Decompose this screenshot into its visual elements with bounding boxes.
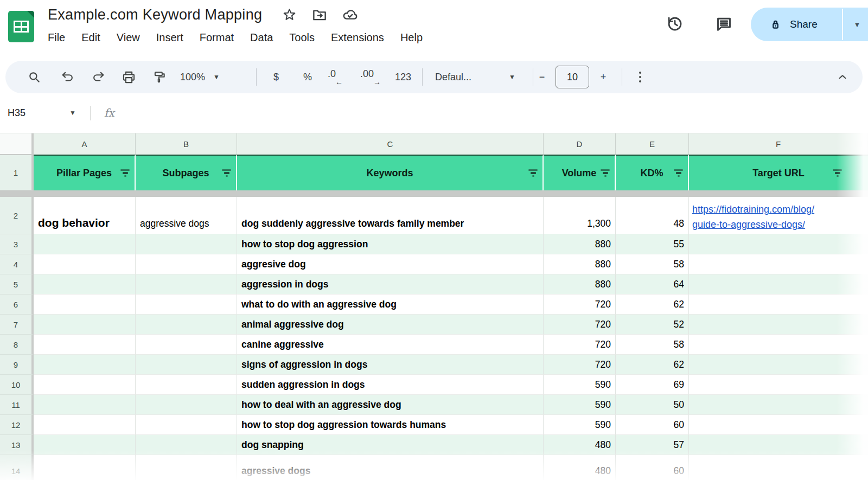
sheets-logo-icon[interactable] [8,11,34,42]
cell-B10[interactable] [136,375,237,395]
cell-F13[interactable] [689,435,868,455]
filter-icon[interactable] [528,169,538,176]
cell-B2[interactable]: aggressive dogs [136,197,237,234]
zoom-selector[interactable]: 100% ▼ [180,61,220,93]
cell-F14[interactable] [689,455,868,480]
cell-A3[interactable] [34,234,136,254]
column-letter-e[interactable]: E [616,133,689,155]
menu-item-view[interactable]: View [117,31,140,44]
header-cell-f1[interactable]: Target URL [689,155,868,190]
cell-D9[interactable]: 720 [544,355,616,375]
cell-E6[interactable]: 62 [616,295,689,315]
cell-E12[interactable]: 60 [616,415,689,435]
cell-B13[interactable] [136,435,237,455]
cell-E13[interactable]: 57 [616,435,689,455]
more-options-icon[interactable] [634,61,647,93]
row-number[interactable]: 11 [0,395,34,415]
cell-B6[interactable] [136,295,237,315]
document-title[interactable]: Example.com Keyword Mapping [48,7,262,23]
cell-D7[interactable]: 720 [544,315,616,335]
row-number[interactable]: 13 [0,435,34,455]
cell-E7[interactable]: 52 [616,315,689,335]
decrease-decimal-button[interactable]: .0← [328,61,343,93]
row-number[interactable]: 10 [0,375,34,395]
header-cell-d1[interactable]: Volume [544,155,616,190]
cell-D10[interactable]: 590 [544,375,616,395]
name-box[interactable]: H35 [8,93,25,132]
column-letter-a[interactable]: A [34,133,136,155]
cell-C12[interactable]: how to stop dog aggression towards human… [237,415,544,435]
cell-B5[interactable] [136,274,237,295]
cell-C3[interactable]: how to stop dog aggression [237,234,544,254]
search-icon[interactable] [27,61,41,93]
cell-B8[interactable] [136,335,237,355]
row-number[interactable]: 8 [0,335,34,355]
cell-A9[interactable] [34,355,136,375]
cell-C13[interactable]: dog snapping [237,435,544,455]
font-family-selector[interactable]: Defaul... ▼ [434,61,516,93]
cell-D3[interactable]: 880 [544,234,616,254]
filter-icon[interactable] [120,169,130,176]
cell-F10[interactable] [689,375,868,395]
menu-item-help[interactable]: Help [400,31,423,44]
row-number[interactable]: 7 [0,315,34,335]
menu-item-tools[interactable]: Tools [289,31,315,44]
menu-item-edit[interactable]: Edit [81,31,100,44]
row-number[interactable]: 3 [0,234,34,254]
collapse-toolbar-icon[interactable] [837,61,848,93]
cell-A6[interactable] [34,295,136,315]
cell-D5[interactable]: 880 [544,274,616,295]
cell-E4[interactable]: 58 [616,254,689,274]
menu-item-extensions[interactable]: Extensions [331,31,384,44]
font-size-input[interactable]: 10 [556,66,589,88]
cell-E5[interactable]: 64 [616,274,689,295]
cell-E9[interactable]: 62 [616,355,689,375]
cell-F9[interactable] [689,355,868,375]
cell-A5[interactable] [34,274,136,295]
cell-D11[interactable]: 590 [544,395,616,415]
print-icon[interactable] [122,61,136,93]
cell-D13[interactable]: 480 [544,435,616,455]
cell-A2[interactable]: dog behavior [34,197,136,234]
cell-F11[interactable] [689,395,868,415]
cell-C7[interactable]: animal aggressive dog [237,315,544,335]
cell-F3[interactable] [689,234,868,254]
cell-A13[interactable] [34,435,136,455]
cell-B14[interactable] [136,455,237,480]
cloud-saved-icon[interactable] [342,7,359,23]
increase-decimal-button[interactable]: .00→ [360,61,381,93]
cell-C9[interactable]: signs of aggression in dogs [237,355,544,375]
row-number[interactable]: 5 [0,274,34,295]
move-folder-icon[interactable] [311,7,328,23]
cell-E14[interactable]: 60 [616,455,689,480]
cell-B3[interactable] [136,234,237,254]
filter-icon[interactable] [674,169,683,176]
cell-F5[interactable] [689,274,868,295]
cell-D4[interactable]: 880 [544,254,616,274]
cell-B11[interactable] [136,395,237,415]
cell-D2[interactable]: 1,300 [544,197,616,234]
cell-C5[interactable]: aggression in dogs [237,274,544,295]
paint-format-icon[interactable] [152,61,167,93]
version-history-icon[interactable] [665,14,685,34]
filter-icon[interactable] [222,169,231,176]
cell-A4[interactable] [34,254,136,274]
row-number[interactable]: 1 [0,155,34,190]
menu-item-format[interactable]: Format [200,31,234,44]
row-number[interactable]: 14 [0,455,34,480]
name-box-caret-icon[interactable]: ▼ [69,93,76,132]
cell-E11[interactable]: 50 [616,395,689,415]
cell-B4[interactable] [136,254,237,274]
cell-F6[interactable] [689,295,868,315]
share-button[interactable]: Share ▼ [751,8,868,41]
cell-A10[interactable] [34,375,136,395]
cell-F7[interactable] [689,315,868,335]
cell-E8[interactable]: 58 [616,335,689,355]
cell-B9[interactable] [136,355,237,375]
row-number[interactable]: 4 [0,254,34,274]
corner-cell[interactable] [0,133,34,155]
percent-format-button[interactable]: % [299,61,316,93]
cell-C2[interactable]: dog suddenly aggressive towards family m… [237,197,544,234]
cell-A7[interactable] [34,315,136,335]
header-cell-b1[interactable]: Subpages [136,155,237,190]
